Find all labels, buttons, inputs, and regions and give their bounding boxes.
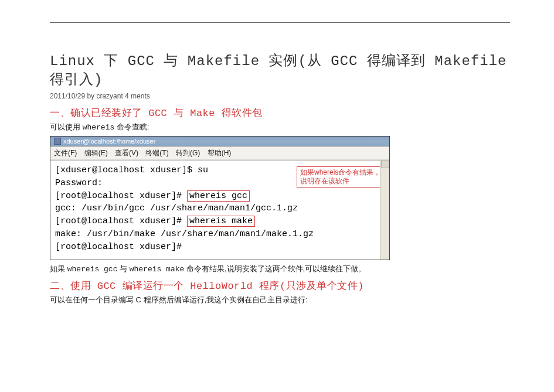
highlighted-command: whereis make: [187, 216, 255, 227]
inline-code: whereis gcc: [67, 265, 118, 274]
paragraph-2: 如果 whereis gcc 与 whereis make 命令有结果,说明安装…: [50, 264, 510, 274]
terminal-titlebar: xduser@localhost:/home/xduser: [50, 137, 389, 146]
page-title: Linux 下 GCC 与 Makefile 实例(从 GCC 得编译到 Mak…: [50, 51, 510, 88]
terminal-screenshot: xduser@localhost:/home/xduser 文件(F) 编辑(E…: [50, 136, 390, 260]
scroll-up-icon[interactable]: [381, 160, 389, 168]
text: 与: [117, 264, 129, 273]
menu-terminal[interactable]: 终端(T): [145, 149, 168, 157]
terminal-line: [root@localhost xduser]# whereis gcc: [55, 190, 385, 203]
text: 可以使用: [50, 122, 83, 131]
terminal-menubar: 文件(F) 编辑(E) 查看(V) 终端(T) 转到(G) 帮助(H): [50, 146, 389, 160]
scrollbar[interactable]: [380, 160, 389, 260]
paragraph-3: 可以在任何一个目录编写 C 程序然后编译运行,我这个实例在自己主目录进行:: [50, 295, 510, 305]
terminal-line: [root@localhost xduser]# whereis make: [55, 215, 385, 228]
menu-file[interactable]: 文件(F): [54, 149, 77, 157]
highlighted-command: whereis gcc: [187, 190, 250, 202]
inline-code: whereis make: [130, 265, 185, 274]
post-meta: 2011/10/29 by crazyant 4 ments: [50, 92, 510, 100]
menu-go[interactable]: 转到(G): [176, 149, 200, 157]
section-heading-2: 二、使用 GCC 编译运行一个 HelloWorld 程序(只涉及单个文件): [50, 279, 510, 292]
paragraph-1: 可以使用 whereis 命令查瞧:: [50, 122, 510, 132]
terminal-content: 如果whereis命令有结果，说明存在该软件 [xduser@localhost…: [50, 160, 389, 260]
terminal-line: [root@localhost xduser]#: [55, 241, 385, 254]
text: 命令查瞧:: [114, 122, 149, 131]
text: 命令有结果,说明安装了这两个软件,可以继续往下做。: [184, 264, 366, 273]
terminal-line: gcc: /usr/bin/gcc /usr/share/man/man1/gc…: [55, 202, 385, 215]
window-icon: [54, 138, 61, 145]
menu-view[interactable]: 查看(V): [115, 149, 138, 157]
annotation-callout: 如果whereis命令有结果，说明存在该软件: [297, 166, 385, 188]
text: 如果: [50, 264, 67, 273]
document-body: Linux 下 GCC 与 Makefile 实例(从 GCC 得编译到 Mak…: [50, 22, 510, 305]
section-heading-1: 一、确认已经装好了 GCC 与 Make 得软件包: [50, 106, 510, 120]
window-title-text: xduser@localhost:/home/xduser: [63, 138, 155, 145]
terminal-line: make: /usr/bin/make /usr/share/man/man1/…: [55, 228, 385, 241]
inline-code: whereis: [83, 123, 115, 132]
menu-edit[interactable]: 编辑(E): [84, 149, 108, 157]
menu-help[interactable]: 帮助(H): [208, 149, 232, 157]
